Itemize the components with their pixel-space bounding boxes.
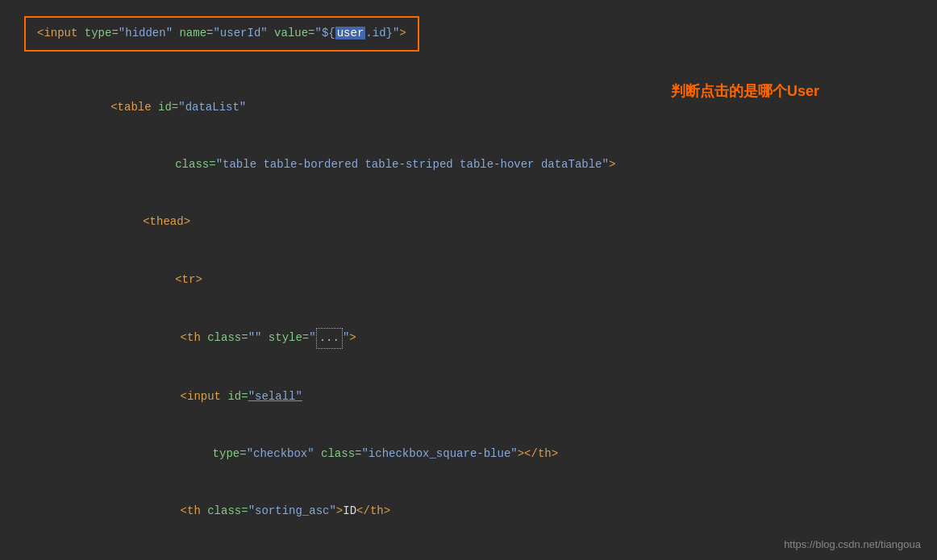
val-userid: "userId" xyxy=(213,27,267,39)
val-icheckbox: "icheckbox_square-blue" xyxy=(361,447,517,460)
val-user-expr: "${user.id}" xyxy=(315,27,400,39)
val-table-classes: "table table-bordered table-striped tabl… xyxy=(216,158,609,171)
code-line-input-selall: <input id="selall" xyxy=(24,368,913,425)
val-style-dotted: "..." xyxy=(309,331,349,344)
tag-th-id: <th xyxy=(181,504,208,517)
tag-tr-open: <tr> xyxy=(175,273,202,286)
attr-class-th1: class= xyxy=(207,331,248,344)
tag-table: <table xyxy=(110,101,158,114)
attr-class: class= xyxy=(175,158,215,171)
top-code-line: <input type="hidden" name="userId" value… xyxy=(37,27,406,39)
code-line-checkbox: type="checkbox" class="icheckbox_square-… xyxy=(24,425,913,483)
attr-style: style= xyxy=(261,331,309,344)
code-display: <input type="hidden" name="userId" value… xyxy=(0,0,937,560)
val-hidden: "hidden" xyxy=(119,27,173,39)
tag-th-id-close: > xyxy=(336,504,343,517)
attr-value: value= xyxy=(268,27,315,39)
attr-name: name= xyxy=(173,27,213,39)
code-line-th1: <th class="" style="..."> xyxy=(24,309,913,367)
top-highlight-box: <input type="hidden" name="userId" value… xyxy=(24,16,419,52)
attr-class-asc: class= xyxy=(207,504,248,517)
code-line-table: <table id="dataList" xyxy=(24,79,639,136)
annotation-user: 判断点击的是哪个User xyxy=(671,83,819,99)
tag-thead-open: <thead> xyxy=(143,215,190,228)
attr-type-cb: type= xyxy=(213,447,247,460)
attr-type: type= xyxy=(85,27,119,39)
val-checkbox: "checkbox" xyxy=(247,447,314,460)
tag-close: > xyxy=(399,27,406,39)
tag-table-close: > xyxy=(609,158,615,171)
attr-id-selall: id= xyxy=(227,390,248,403)
text-id: ID xyxy=(343,504,356,517)
tag-th-id-end: </th> xyxy=(356,504,390,517)
tag-th1: <th xyxy=(181,331,208,344)
tag-th-close: ></th> xyxy=(518,447,558,460)
attr-id: id= xyxy=(158,101,178,114)
tag-input-open: <input xyxy=(37,27,85,39)
val-datalist: "dataList" xyxy=(178,101,246,114)
url-watermark: https://blog.csdn.net/tiangoua xyxy=(784,538,921,550)
val-class-empty: "" xyxy=(248,331,262,344)
tag-input-selall: <input xyxy=(181,390,228,403)
dotted-content: ... xyxy=(316,328,343,349)
val-selall: "selall" xyxy=(248,390,302,403)
highlighted-user: user xyxy=(335,27,366,39)
code-line-th-rolename: <th class="sorting">角色名称</th> xyxy=(24,541,913,560)
code-line-th-id: <th class="sorting_asc">ID</th> xyxy=(24,483,913,541)
code-line-thead: <thead> xyxy=(24,194,639,251)
val-sorting-asc: "sorting_asc" xyxy=(248,504,336,517)
code-line-class: class="table table-bordered table-stripe… xyxy=(24,136,639,193)
tag-th1-close: > xyxy=(349,331,356,344)
attr-class-cb: class= xyxy=(314,447,362,460)
code-line-tr: <tr> xyxy=(24,251,639,309)
